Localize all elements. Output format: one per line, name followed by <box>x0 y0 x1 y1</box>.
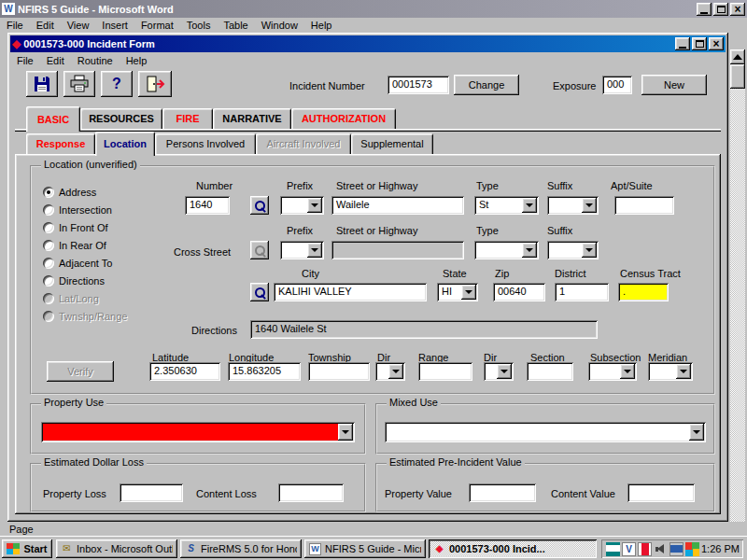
tab-supplemental[interactable]: Supplemental <box>351 133 433 154</box>
state-combo-arrow[interactable] <box>461 285 476 300</box>
word-menu-tools[interactable]: Tools <box>180 18 218 33</box>
suffix-combo-arrow[interactable] <box>582 198 597 213</box>
form-menu-file[interactable]: File <box>10 53 40 68</box>
word-menu-help[interactable]: Help <box>304 18 339 33</box>
property-loss-field[interactable] <box>120 483 183 502</box>
prefix-combo[interactable] <box>280 196 324 215</box>
city-field[interactable]: KALIHI VALLEY <box>274 283 427 301</box>
city-lookup-button[interactable] <box>250 283 269 301</box>
suffix-combo[interactable] <box>547 196 599 215</box>
content-value-field[interactable] <box>627 483 695 502</box>
new-button[interactable]: New <box>641 75 707 95</box>
radio-intersection[interactable]: Intersection <box>43 203 112 216</box>
property-value-field[interactable] <box>469 483 536 502</box>
property-use-combo-arrow[interactable] <box>338 424 353 441</box>
cross-suffix-combo-arrow[interactable] <box>582 243 597 258</box>
taskbar-task-outlook[interactable]: ✉ Inbox - Microsoft Outlook <box>56 539 177 558</box>
apt-suite-field[interactable] <box>614 196 674 215</box>
print-button[interactable] <box>63 71 95 97</box>
word-menu-table[interactable]: Table <box>217 18 254 33</box>
tab-location[interactable]: Location <box>95 132 155 156</box>
address-lookup-button[interactable] <box>250 196 269 215</box>
dir2-combo[interactable] <box>484 362 514 381</box>
prefix-combo-arrow[interactable] <box>307 198 322 213</box>
zip-field[interactable]: 00640 <box>493 283 545 301</box>
tab-narrative[interactable]: NARRATIVE <box>213 108 291 129</box>
tab-persons-involved[interactable]: Persons Involved <box>155 133 256 154</box>
dir2-combo-arrow[interactable] <box>497 364 512 379</box>
taskbar-task-firerms[interactable]: S FireRMS 5.0 for Honol... <box>180 539 302 558</box>
tab-response[interactable]: Response <box>26 133 95 154</box>
subsection-combo-arrow[interactable] <box>620 364 635 379</box>
start-button[interactable]: Start <box>2 539 52 558</box>
tray-volume-icon[interactable] <box>654 542 668 556</box>
word-maximize-button[interactable] <box>713 3 728 16</box>
word-menu-insert[interactable]: Insert <box>95 18 134 33</box>
cross-prefix-combo-arrow[interactable] <box>307 243 322 258</box>
cross-type-combo-arrow[interactable] <box>522 243 537 258</box>
state-combo[interactable]: HI <box>437 283 478 301</box>
cross-prefix-combo[interactable] <box>280 241 324 259</box>
exit-button[interactable] <box>138 71 172 97</box>
save-button[interactable] <box>26 71 58 97</box>
scrollbar-up-button[interactable] <box>730 49 745 64</box>
word-menu-window[interactable]: Window <box>255 18 304 33</box>
cross-type-combo[interactable] <box>474 241 539 259</box>
incident-number-field[interactable]: 0001573 <box>388 76 449 94</box>
word-menu-view[interactable]: View <box>61 18 96 33</box>
tray-network-icon[interactable] <box>606 542 620 556</box>
subsection-combo[interactable] <box>588 362 637 381</box>
type-combo-arrow[interactable] <box>522 198 537 213</box>
census-tract-field[interactable]: . <box>618 283 669 301</box>
tab-basic[interactable]: BASIC <box>26 106 80 132</box>
tab-authorization[interactable]: AUTHORIZATION <box>291 108 396 129</box>
radio-in-rear-of[interactable]: In Rear Of <box>43 239 106 251</box>
latitude-field[interactable]: 2.350630 <box>149 362 220 381</box>
number-field[interactable]: 1640 <box>185 196 230 215</box>
street-field[interactable]: Wailele <box>331 196 464 215</box>
tray-misc-icon[interactable] <box>685 542 699 556</box>
scrollbar-thumb[interactable] <box>730 64 745 89</box>
word-minimize-button[interactable] <box>697 3 712 16</box>
meridian-combo-arrow[interactable] <box>676 364 691 379</box>
word-scrollbar[interactable] <box>730 49 745 522</box>
word-close-button[interactable]: × <box>730 3 745 16</box>
form-minimize-button[interactable] <box>675 37 690 50</box>
tray-scheduler-icon[interactable] <box>638 542 652 556</box>
word-menu-format[interactable]: Format <box>134 18 180 33</box>
radio-in-front-of[interactable]: In Front Of <box>43 221 108 233</box>
taskbar-clock[interactable]: 1:26 PM <box>701 543 740 554</box>
type-combo[interactable]: St <box>474 196 539 215</box>
mixed-use-combo[interactable] <box>385 422 706 442</box>
meridian-combo[interactable] <box>648 362 693 381</box>
form-close-button[interactable]: × <box>709 37 724 50</box>
content-loss-field[interactable] <box>278 483 344 502</box>
cross-suffix-combo[interactable] <box>547 241 599 259</box>
taskbar-task-incident[interactable]: ◆ 0001573-000 Incid... <box>429 539 597 558</box>
radio-directions[interactable]: Directions <box>43 274 105 287</box>
range-field[interactable] <box>418 362 472 381</box>
form-menu-help[interactable]: Help <box>120 53 154 68</box>
tab-fire[interactable]: FIRE <box>162 108 213 129</box>
form-maximize-button[interactable] <box>692 37 707 50</box>
dir1-combo-arrow[interactable] <box>388 364 403 379</box>
tray-antivirus-icon[interactable]: V <box>622 542 636 556</box>
district-field[interactable]: 1 <box>555 283 609 301</box>
radio-address[interactable]: Address <box>43 186 96 198</box>
longitude-field[interactable]: 15.863205 <box>228 362 301 381</box>
change-button[interactable]: Change <box>454 75 519 95</box>
tab-resources[interactable]: RESOURCES <box>80 108 162 129</box>
township-field[interactable] <box>308 362 370 381</box>
exposure-field[interactable]: 000 <box>602 76 632 94</box>
form-menu-routine[interactable]: Routine <box>71 53 120 68</box>
property-use-combo[interactable] <box>41 422 355 442</box>
word-menu-edit[interactable]: Edit <box>30 18 61 33</box>
tray-display-icon[interactable] <box>669 542 684 556</box>
mixed-use-combo-arrow[interactable] <box>689 424 704 441</box>
radio-adjacent-to[interactable]: Adjacent To <box>43 257 112 269</box>
dir1-combo[interactable] <box>375 362 405 381</box>
form-menu-edit[interactable]: Edit <box>40 53 71 68</box>
word-menu-file[interactable]: File <box>0 18 30 33</box>
taskbar-task-word[interactable]: W NFIRS 5 Guide - Micro... <box>304 539 426 558</box>
section-field[interactable] <box>527 362 573 381</box>
